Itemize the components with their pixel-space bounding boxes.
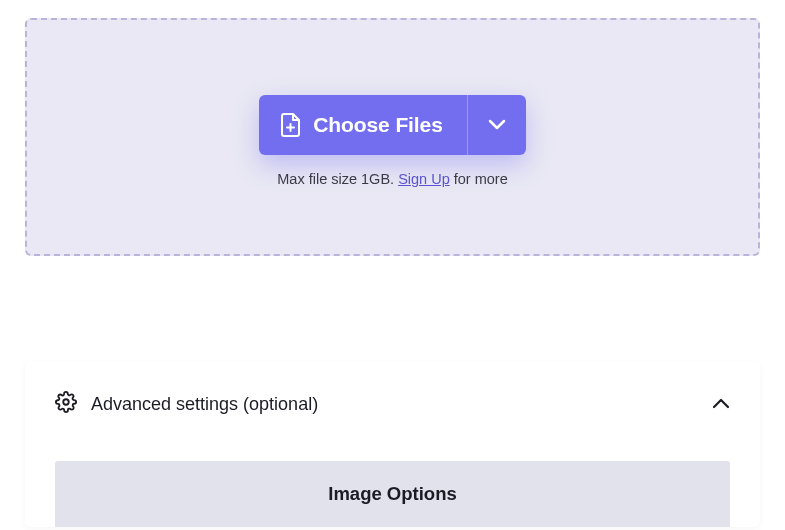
choose-files-button[interactable]: Choose Files (259, 95, 468, 155)
image-options-header[interactable]: Image Options (55, 461, 730, 527)
upload-hint: Max file size 1GB. Sign Up for more (277, 171, 507, 187)
file-add-icon (281, 113, 313, 137)
choose-files-label: Choose Files (313, 113, 443, 137)
file-dropzone[interactable]: Choose Files Max file size 1GB. Sign Up … (25, 18, 760, 256)
chevron-down-icon (488, 116, 506, 134)
gear-icon (55, 391, 77, 417)
advanced-settings-card: Advanced settings (optional) Image Optio… (25, 361, 760, 527)
hint-suffix: for more (450, 171, 508, 187)
signup-link[interactable]: Sign Up (398, 171, 450, 187)
chevron-up-icon (712, 395, 730, 413)
choose-files-dropdown-button[interactable] (468, 95, 526, 155)
advanced-settings-toggle[interactable]: Advanced settings (optional) (55, 391, 730, 417)
advanced-settings-title: Advanced settings (optional) (91, 394, 698, 415)
image-options-label: Image Options (328, 483, 457, 505)
choose-files-group: Choose Files (259, 95, 526, 155)
svg-point-0 (63, 399, 69, 405)
hint-prefix: Max file size 1GB. (277, 171, 398, 187)
